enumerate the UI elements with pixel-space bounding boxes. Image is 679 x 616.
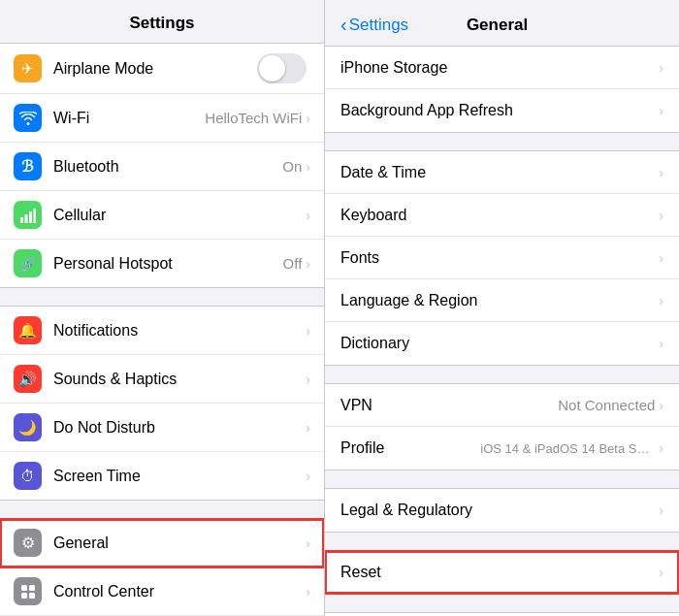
general-icon: ⚙ bbox=[14, 529, 42, 557]
bluetooth-value: On bbox=[282, 158, 302, 175]
right-group-reset: Reset › bbox=[325, 550, 679, 595]
wifi-chevron-icon: › bbox=[306, 111, 310, 126]
right-item-fonts[interactable]: Fonts › bbox=[325, 237, 679, 279]
right-item-language[interactable]: Language & Region › bbox=[325, 279, 679, 322]
right-item-keyboard[interactable]: Keyboard › bbox=[325, 194, 679, 237]
right-item-reset[interactable]: Reset › bbox=[325, 551, 679, 594]
cellular-label: Cellular bbox=[53, 207, 306, 224]
right-group-vpn: VPN Not Connected › Profile iOS 14 & iPa… bbox=[325, 383, 679, 470]
svg-rect-1 bbox=[24, 214, 27, 223]
right-group-storage: iPhone Storage › Background App Refresh … bbox=[325, 46, 679, 133]
controlcenter-icon bbox=[14, 577, 42, 605]
svg-rect-5 bbox=[29, 585, 35, 591]
cellular-icon bbox=[14, 201, 42, 229]
right-panel: ‹ Settings General iPhone Storage › Back… bbox=[325, 0, 679, 616]
svg-rect-3 bbox=[33, 209, 36, 223]
bluetooth-chevron-icon: › bbox=[306, 159, 310, 175]
sidebar-item-cellular[interactable]: Cellular › bbox=[0, 191, 324, 240]
settings-group-system: ⚙ General › Control Center › ☀ Display &… bbox=[0, 518, 324, 616]
sidebar-item-donotdisturb[interactable]: 🌙 Do Not Disturb › bbox=[0, 404, 324, 452]
sidebar-item-wifi[interactable]: Wi-Fi HelloTech WiFi › bbox=[0, 94, 324, 143]
hotspot-chevron-icon: › bbox=[306, 256, 310, 272]
dictionary-chevron-icon: › bbox=[659, 336, 663, 351]
back-button[interactable]: ‹ Settings bbox=[340, 14, 408, 36]
sidebar-item-screentime[interactable]: ⏱ Screen Time › bbox=[0, 452, 324, 500]
profile-chevron-icon: › bbox=[659, 440, 663, 456]
notifications-icon: 🔔 bbox=[14, 316, 42, 344]
notifications-label: Notifications bbox=[53, 322, 306, 340]
reset-label: Reset bbox=[340, 564, 659, 581]
wifi-label: Wi-Fi bbox=[53, 110, 205, 127]
wifi-value: HelloTech WiFi bbox=[205, 110, 302, 126]
iphone-storage-label: iPhone Storage bbox=[340, 59, 659, 77]
keyboard-label: Keyboard bbox=[340, 207, 659, 224]
controlcenter-chevron-icon: › bbox=[306, 584, 310, 600]
reset-chevron-icon: › bbox=[659, 565, 663, 580]
back-chevron-icon: ‹ bbox=[340, 14, 347, 36]
sidebar-item-bluetooth[interactable]: ℬ Bluetooth On › bbox=[0, 143, 324, 191]
sidebar-item-general[interactable]: ⚙ General › bbox=[0, 519, 324, 567]
right-group-legal: Legal & Regulatory › bbox=[325, 488, 679, 533]
sidebar-item-hotspot[interactable]: 🔗 Personal Hotspot Off › bbox=[0, 240, 324, 287]
donotdisturb-label: Do Not Disturb bbox=[53, 419, 306, 437]
right-group-locale: Date & Time › Keyboard › Fonts › Languag… bbox=[325, 150, 679, 366]
right-item-iphone-storage[interactable]: iPhone Storage › bbox=[325, 47, 679, 89]
screentime-icon: ⏱ bbox=[14, 462, 42, 490]
hotspot-label: Personal Hotspot bbox=[53, 255, 283, 273]
vpn-chevron-icon: › bbox=[659, 398, 663, 413]
right-panel-title: General bbox=[467, 16, 528, 34]
legal-chevron-icon: › bbox=[659, 503, 663, 518]
hotspot-icon: 🔗 bbox=[14, 249, 42, 277]
sidebar-item-airplane[interactable]: ✈ Airplane Mode bbox=[0, 44, 324, 94]
right-group-shutdown: Shut Down bbox=[325, 612, 679, 616]
sounds-icon: 🔊 bbox=[14, 365, 42, 393]
iphone-storage-chevron-icon: › bbox=[659, 60, 663, 76]
right-item-legal[interactable]: Legal & Regulatory › bbox=[325, 489, 679, 532]
dictionary-label: Dictionary bbox=[340, 335, 659, 352]
profile-label: Profile bbox=[340, 439, 480, 457]
right-item-bg-refresh[interactable]: Background App Refresh › bbox=[325, 89, 679, 132]
bg-refresh-label: Background App Refresh bbox=[340, 102, 659, 119]
right-item-dictionary[interactable]: Dictionary › bbox=[325, 322, 679, 365]
svg-rect-6 bbox=[21, 593, 27, 599]
left-panel: Settings ✈ Airplane Mode Wi-Fi HelloTech… bbox=[0, 0, 325, 616]
right-item-datetime[interactable]: Date & Time › bbox=[325, 151, 679, 194]
left-panel-title: Settings bbox=[0, 0, 324, 43]
airplane-icon: ✈ bbox=[14, 54, 42, 82]
general-label: General bbox=[53, 535, 306, 552]
hotspot-value: Off bbox=[283, 255, 303, 272]
sounds-label: Sounds & Haptics bbox=[53, 371, 306, 388]
back-label: Settings bbox=[349, 16, 408, 35]
vpn-label: VPN bbox=[340, 397, 558, 414]
datetime-label: Date & Time bbox=[340, 164, 659, 181]
fonts-label: Fonts bbox=[340, 249, 659, 267]
settings-group-notifications: 🔔 Notifications › 🔊 Sounds & Haptics › 🌙… bbox=[0, 306, 324, 501]
donotdisturb-chevron-icon: › bbox=[306, 420, 310, 436]
airplane-label: Airplane Mode bbox=[53, 60, 257, 78]
sidebar-item-sounds[interactable]: 🔊 Sounds & Haptics › bbox=[0, 355, 324, 404]
right-header: ‹ Settings General bbox=[325, 0, 679, 46]
vpn-value: Not Connected bbox=[558, 397, 655, 413]
bluetooth-label: Bluetooth bbox=[53, 158, 282, 176]
legal-label: Legal & Regulatory bbox=[340, 502, 659, 519]
svg-rect-4 bbox=[21, 585, 27, 591]
bg-refresh-chevron-icon: › bbox=[659, 103, 663, 118]
bluetooth-icon: ℬ bbox=[14, 152, 42, 180]
sounds-chevron-icon: › bbox=[306, 372, 310, 387]
controlcenter-label: Control Center bbox=[53, 583, 306, 600]
screentime-chevron-icon: › bbox=[306, 469, 310, 484]
sidebar-item-notifications[interactable]: 🔔 Notifications › bbox=[0, 307, 324, 355]
svg-rect-7 bbox=[29, 593, 35, 599]
keyboard-chevron-icon: › bbox=[659, 208, 663, 223]
notifications-chevron-icon: › bbox=[306, 323, 310, 339]
datetime-chevron-icon: › bbox=[659, 165, 663, 180]
settings-group-connectivity: ✈ Airplane Mode Wi-Fi HelloTech WiFi › ℬ bbox=[0, 43, 324, 288]
profile-value: iOS 14 & iPadOS 14 Beta Softwar... bbox=[480, 441, 655, 456]
right-item-profile[interactable]: Profile iOS 14 & iPadOS 14 Beta Softwar.… bbox=[325, 427, 679, 470]
sidebar-item-controlcenter[interactable]: Control Center › bbox=[0, 567, 324, 616]
language-label: Language & Region bbox=[340, 292, 659, 309]
fonts-chevron-icon: › bbox=[659, 250, 663, 266]
svg-rect-0 bbox=[20, 217, 23, 223]
right-item-vpn[interactable]: VPN Not Connected › bbox=[325, 384, 679, 427]
airplane-toggle[interactable] bbox=[257, 53, 307, 83]
